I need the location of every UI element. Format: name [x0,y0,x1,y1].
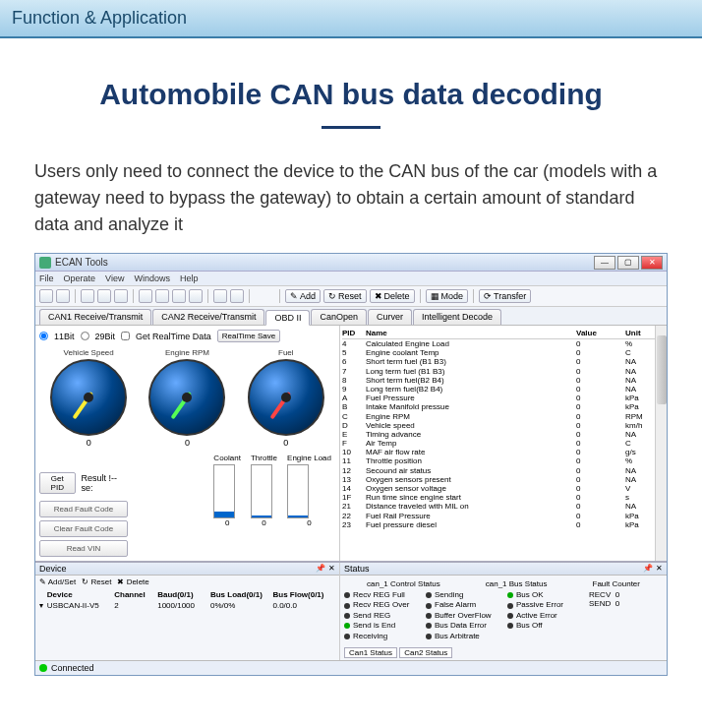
tab-can2[interactable]: CAN2 Receive/Transmit [152,309,264,325]
read-vin-button[interactable]: Read VIN [39,540,128,557]
close-icon[interactable]: ✕ [656,564,663,574]
bar-engine-load: Engine Load 0 [287,454,331,527]
mode-button[interactable]: ▦Mode [426,289,469,303]
table-row[interactable]: 23Fuel pressure diesel0kPa [342,520,665,529]
device-panel: Device 📌✕ ✎ Add/Set ↻ Reset ✖ Delete Dev… [35,563,340,660]
device-row[interactable]: ▾ USBCAN-II-V5 2 1000/1000 0%/0% 0.0/0.0 [39,601,335,610]
status-item: Bus Arbitrate [426,632,499,641]
toolbar-icon[interactable] [172,289,186,303]
toolbar-icon[interactable] [155,289,169,303]
radio-11bit-label: 11Bit [54,332,75,341]
delete-button[interactable]: ✖Delete [370,289,415,303]
maximize-button[interactable]: ▢ [617,256,639,270]
main-panel: 11Bit 29Bit Get RealTime Data RealTime S… [35,326,667,561]
pin-icon[interactable]: 📌 [316,564,325,574]
table-row[interactable]: 24Equivalence Ratio Voltage0NA [342,529,665,531]
separator [420,289,421,303]
toolbar-icon[interactable] [114,289,128,303]
radio-11bit[interactable] [39,332,48,340]
menu-operate[interactable]: Operate [64,273,96,283]
side-buttons: Get PID Result !-- se: Read Fault Code C… [39,472,128,557]
device-toolbar: ✎ Add/Set ↻ Reset ✖ Delete [35,576,339,588]
table-row[interactable]: 10MAF air flow rate0g/s [342,448,665,456]
gauge-dial [148,359,225,436]
table-row[interactable]: 13Oxygen sensors present0NA [342,475,665,484]
title-divider [322,126,380,129]
realtime-label: Get RealTime Data [136,332,211,341]
toolbar-icon[interactable] [97,289,111,303]
tab-intelligent[interactable]: Intelligent Decode [413,309,501,325]
menu-view[interactable]: View [105,273,124,283]
toolbar-icon[interactable] [230,289,244,303]
table-row[interactable]: 4Calculated Engine Load0% [342,339,665,348]
table-row[interactable]: 21Distance traveled with MIL on0NA [342,502,665,511]
table-row[interactable]: ETiming advance0NA [342,430,665,439]
table-row[interactable]: DVehicle speed0km/h [342,421,665,430]
table-row[interactable]: 1FRun time since engine start0s [342,493,665,502]
table-row[interactable]: 12Secound air status0NA [342,466,665,475]
table-row[interactable]: 5Engine coolant Temp0C [342,348,665,357]
tab-curver[interactable]: Curver [368,309,412,325]
separator [207,289,208,303]
section-header: Function & Application [0,0,702,38]
table-row[interactable]: 22Fuel Rail Pressure0kPa [342,512,665,520]
radio-29bit[interactable] [81,332,89,340]
fault-item: RECV 0 [589,590,663,599]
tab-can1[interactable]: CAN1 Receive/Transmit [39,309,151,325]
get-pid-button[interactable]: Get PID [39,472,76,494]
addset-button[interactable]: ✎ Add/Set [39,577,76,586]
reset-button[interactable]: ↻Reset [323,289,367,303]
toolbar-icon[interactable] [56,289,70,303]
toolbar-icon[interactable] [39,289,53,303]
separator [133,289,134,303]
table-row[interactable]: FAir Temp0C [342,439,665,448]
status-item: Send is End [344,621,418,631]
toolbar-icon[interactable] [213,289,227,303]
table-row[interactable]: 11Throttle position0% [342,456,665,465]
delete-button[interactable]: ✖ Delete [117,577,148,586]
gauge-engine-rpm: Engine RPM 0 [148,348,225,448]
result-label: Result !-- se: [82,473,129,493]
toolbar: ✎Add ↻Reset ✖Delete ▦Mode ⟳Transfer [35,286,667,307]
close-icon[interactable]: ✕ [328,564,335,574]
tab-can2-status[interactable]: Can2 Status [399,647,452,658]
status-item: Bus Off [507,621,581,631]
separator [473,289,474,303]
window-buttons: — ▢ ✕ [594,256,663,270]
minimize-button[interactable]: — [594,256,615,270]
tab-canopen[interactable]: CanOpen [311,309,367,325]
table-row[interactable]: 7Long term fuel (B1 B3)0NA [342,367,665,376]
toolbar-icon[interactable] [189,289,203,303]
table-row[interactable]: 9Long term fuel(B2 B4)0NA [342,385,665,394]
realtime-save-button[interactable]: RealTime Save [217,330,280,342]
pin-icon[interactable]: 📌 [643,564,653,574]
menu-file[interactable]: File [39,273,54,283]
clear-fault-button[interactable]: Clear Fault Code [39,520,128,537]
toolbar-icon[interactable] [81,289,94,303]
tab-can1-status[interactable]: Can1 Status [344,647,397,658]
pid-table-panel: PID Name Value Unit 4Calculated Engine L… [340,326,667,561]
table-row[interactable]: CEngine RPM0RPM [342,412,665,421]
status-panel-title: Status [344,564,370,574]
close-button[interactable]: ✕ [641,256,663,270]
tab-obd2[interactable]: OBD II [265,310,310,326]
table-row[interactable]: AFuel Pressure0kPa [342,394,665,402]
reset-button[interactable]: ↻ Reset [82,577,111,586]
table-row[interactable]: 14Oxygen sensor voltage0V [342,484,665,493]
table-row[interactable]: BIntake Manifold pressue0kPa [342,402,665,411]
read-fault-button[interactable]: Read Fault Code [39,501,128,517]
realtime-checkbox[interactable] [121,332,130,340]
add-button[interactable]: ✎Add [285,289,321,303]
section-title: Function & Application [12,8,187,28]
table-row[interactable]: 8Short term fuel(B2 B4)0NA [342,376,665,385]
menu-windows[interactable]: Windows [134,273,170,283]
table-row[interactable]: 6Short term fuel (B1 B3)0NA [342,357,665,366]
bit-radio-row: 11Bit 29Bit Get RealTime Data RealTime S… [39,330,335,342]
menu-help[interactable]: Help [180,273,199,283]
toolbar-icon[interactable] [139,289,152,303]
status-tabs: Can1 Status Can2 Status [340,645,667,660]
scrollbar[interactable] [655,326,667,561]
status-panel: Status 📌✕ can_1 Control Status can_1 Bus… [340,563,667,660]
table-body: 4Calculated Engine Load0%5Engine coolant… [342,339,665,531]
transfer-button[interactable]: ⟳Transfer [479,289,531,303]
